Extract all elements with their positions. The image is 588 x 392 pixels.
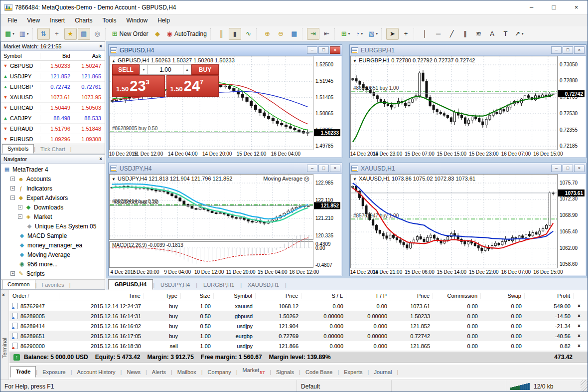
close-order-icon[interactable]: × [574,323,585,329]
chart-restore-button[interactable]: □ [563,165,573,172]
terminal-tab-exposure[interactable]: Exposure [37,367,70,378]
close-order-icon[interactable]: × [574,313,585,319]
terminal-tab-journal[interactable]: Journal [369,367,397,378]
collapse-icon[interactable]: − [10,196,15,200]
cursor-button[interactable]: ➤ [386,28,399,40]
menu-file[interactable]: File [2,15,22,25]
orders-column-time[interactable]: Time [59,293,144,299]
terminal-tab-signals[interactable]: Signals [271,367,299,378]
menu-view[interactable]: View [22,15,45,25]
navigator-item-moving-average[interactable]: ◆Moving Average [1,250,105,259]
chart-restore-button[interactable]: □ [563,46,573,54]
bar-chart-mode[interactable]: ║ [215,28,228,40]
column-ask[interactable]: Ask [73,53,104,59]
expand-icon[interactable]: + [10,271,15,276]
fibonacci-button[interactable]: ≋ [472,28,485,40]
navigator-item-expert-advisors[interactable]: −◆Expert Advisors [1,193,105,202]
menu-help[interactable]: Help [152,15,175,25]
navigator-item-scripts[interactable]: +✎Scripts [1,269,105,278]
chart-close-button[interactable]: × [330,46,340,54]
chart-window-eurgbp-titlebar[interactable]: EURGBP,H1 – □ × [350,45,586,56]
gbpusd-chart-canvas[interactable]: SELL ▼ 1.00 ▲ BUY 1.50 23 3 1.50 [109,56,341,157]
column-bid[interactable]: Bid [40,53,73,59]
menu-insert[interactable]: Insert [45,15,70,25]
status-profile[interactable]: Default [296,380,391,392]
navigator-item-indicators[interactable]: +ƒIndicators [1,184,105,193]
arrows-button[interactable]: ↗▾ [513,28,525,40]
orders-column-t-p[interactable]: T / P [346,293,390,299]
trendline-button[interactable]: ╱ [445,28,458,40]
orders-column-order[interactable]: Order / [9,293,59,299]
chart-minimize-button[interactable]: – [307,165,317,172]
collapse-icon[interactable]: − [18,214,22,219]
chart-plot-xauusd[interactable]: 1075.701072.301068.901065.401062.001058.… [350,174,586,275]
autotrading-button[interactable]: ◉AutoTrading [165,28,209,40]
chart-minimize-button[interactable]: – [551,165,562,172]
expand-icon[interactable]: + [10,177,15,181]
crosshair-button[interactable]: + [400,28,412,40]
text-button[interactable]: A [486,28,498,40]
chart-plot-usdjpy[interactable]: 122.985122.110121.210120.3354 Dec 20157 … [109,174,341,275]
order-row-85762947[interactable]: 857629472015.12.14 12:24:37buy1.00xauusd… [9,301,588,311]
minimize-button[interactable]: – [520,0,543,14]
navigator-item-downloads[interactable]: +◆Downloads [1,202,105,212]
new-chart[interactable]: ▦▾ [3,28,16,40]
column-symbol[interactable]: Symbol [1,53,40,59]
chart-plot-eurgbp[interactable]: 0.730500.728800.727050.725300.723550.721… [350,56,586,157]
terminal-tab-experts[interactable]: Experts [339,367,367,378]
order-row-86290000[interactable]: 862900002015.12.16 16:18:30sell1.00usdjp… [9,341,588,351]
chart-close-button[interactable]: × [574,165,585,172]
terminal-close-icon[interactable]: × [2,292,5,298]
market-watch-row-eurusd[interactable]: ▼EURUSD1.092961.09308 [1,134,105,144]
chart-tab-xauusd-h1[interactable]: XAUUSD,H1 [242,280,285,290]
volume-increase-button[interactable]: ▲ [183,64,191,75]
tile-windows-button[interactable]: ▦ [288,28,300,40]
zoom-in-button[interactable]: ⊕ [261,28,274,40]
order-row-86289005[interactable]: 862890052015.12.16 16:14:31buy0.50gbpusd… [9,311,588,321]
navigator-item-money-manager-ea[interactable]: ◆money_manager_ea [1,240,105,250]
orders-column-s-l[interactable]: S / L [301,293,346,299]
order-row-86289651[interactable]: 862896512015.12.16 16:17:05buy1.00eurgbp… [9,331,588,341]
text-label-button[interactable]: T [499,28,512,40]
menu-window[interactable]: Window [122,15,153,25]
orders-column-type[interactable]: Type [144,293,181,299]
orders-column-symbol[interactable]: Symbol [214,293,256,299]
market-watch-row-xauusd[interactable]: ▼XAUUSD1073.611073.95 [1,92,105,103]
sell-button[interactable]: SELL [112,64,140,75]
equidistant-channel-button[interactable]: ∥ [459,28,471,40]
candlestick-mode[interactable]: ▮ [229,28,241,40]
terminal-tab-trade[interactable]: Trade [10,366,36,378]
expand-icon[interactable]: + [10,186,15,191]
profiles[interactable]: ▥▾ [17,28,31,40]
navigator-item-accounts[interactable]: +☻Accounts [1,174,105,184]
market-watch-row-euraud[interactable]: ▼EURAUD1.517961.51848 [1,124,105,134]
metaeditor-button[interactable]: ◆ [151,28,164,40]
chart-window-xauusd-titlebar[interactable]: XAUUSD,H1 – □ × [350,163,586,174]
navigator-tab-favorites[interactable]: Favorites [36,281,69,289]
close-order-icon[interactable]: × [574,333,585,339]
market-watch-toggle[interactable]: ⇅ [37,28,50,40]
close-order-icon[interactable]: × [574,303,585,309]
resize-grip[interactable] [581,380,588,392]
indicators-button[interactable]: ⊞▾ [339,28,352,40]
terminal-tab-news[interactable]: News [122,367,146,378]
menu-charts[interactable]: Charts [70,15,97,25]
vertical-line-button[interactable]: │ [419,28,431,40]
orders-column-commission[interactable]: Commission [433,293,481,299]
sell-price-button[interactable]: 1.50 23 3 [112,75,165,97]
volume-input[interactable]: 1.00 [148,64,183,75]
navigator-close-icon[interactable]: × [99,156,102,162]
maximize-button[interactable]: □ [543,0,565,14]
terminal-tab-company[interactable]: Company [203,367,236,378]
orders-column-swap[interactable]: Swap [481,293,525,299]
terminal-tab-alerts[interactable]: Alerts [147,367,171,378]
navigator-tab-common[interactable]: Common [2,280,35,289]
market-watch-row-cadjpy[interactable]: ▲CADJPY88.49888.533 [1,113,105,124]
orders-column-size[interactable]: Size [181,293,214,299]
close-button[interactable]: × [565,0,588,14]
buy-button[interactable]: BUY [191,64,219,75]
terminal-tab-mailbox[interactable]: Mailbox [172,367,201,378]
chart-tab-eurgbp-h1[interactable]: EURGBP,H1 [197,280,240,290]
new-order-button[interactable]: ⊞New Order [110,28,150,40]
orders-column-price[interactable]: Price [256,293,301,299]
